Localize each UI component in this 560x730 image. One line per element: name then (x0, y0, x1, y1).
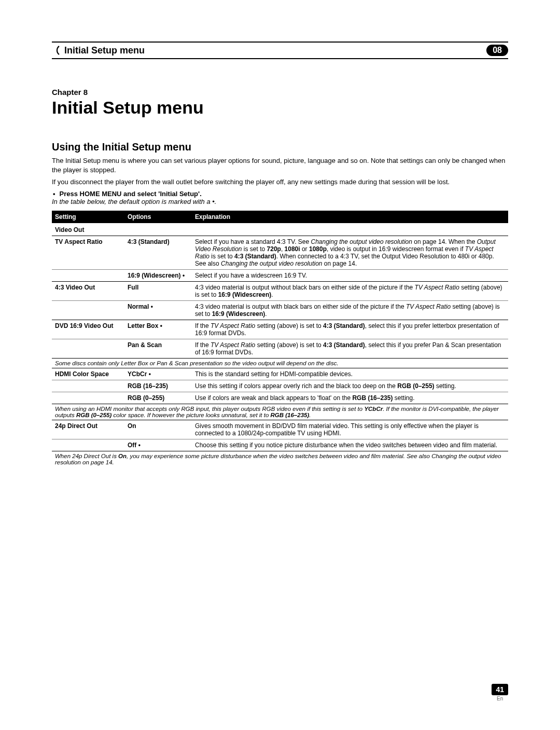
chapter-label: Chapter 8 (52, 88, 508, 97)
table-row: HDMI Color Space YCbCr • This is the sta… (52, 368, 508, 380)
footnote-disc: Some discs contain only Letter Box or Pa… (52, 358, 508, 368)
bracket-icon (52, 45, 62, 56)
option-169-widescreen: 16:9 (Widescreen) • (124, 269, 192, 281)
setting-hdmi-color: HDMI Color Space (52, 368, 124, 380)
setting-24p: 24p Direct Out (52, 420, 124, 439)
chapter-title: Initial Setup menu (52, 98, 508, 118)
option-full: Full (124, 281, 192, 300)
th-explanation: Explanation (192, 211, 508, 223)
explanation-cell: Choose this setting if you notice pictur… (192, 439, 508, 451)
explanation-cell: 4:3 video material is output with black … (192, 300, 508, 320)
table-row: DVD 16:9 Video Out Letter Box • If the T… (52, 320, 508, 339)
table-row: 24p Direct Out On Gives smooth movement … (52, 420, 508, 439)
bullet-text: Press HOME MENU and select 'Initial Setu… (60, 190, 202, 198)
option-rgb16235: RGB (16–235) (124, 380, 192, 392)
bullet-dot-icon: • (53, 190, 55, 198)
footnote-24p: When 24p Direct Out is On, you may exper… (52, 451, 508, 467)
option-off: Off • (124, 439, 192, 451)
explanation-cell: Use if colors are weak and black appears… (192, 392, 508, 404)
explanation-cell: If the TV Aspect Ratio setting (above) i… (192, 320, 508, 339)
explanation-cell: Select if you have a standard 4:3 TV. Se… (192, 236, 508, 269)
intro-p1: The Initial Setup menu is where you can … (52, 156, 508, 174)
setting-43-video-out: 4:3 Video Out (52, 281, 124, 300)
explanation-cell: 4:3 video material is output without bla… (192, 281, 508, 300)
explanation-cell: Use this setting if colors appear overly… (192, 380, 508, 392)
table-row: Pan & Scan If the TV Aspect Ratio settin… (52, 339, 508, 358)
explanation-cell: Select if you have a widescreen 16:9 TV. (192, 269, 508, 281)
page-footer: 41 En (492, 684, 508, 701)
video-out-subheader: Video Out (52, 223, 508, 236)
table-row: RGB (16–235) Use this setting if colors … (52, 380, 508, 392)
instruction-bullet: • Press HOME MENU and select 'Initial Se… (52, 190, 508, 198)
option-rgb0255: RGB (0–255) (124, 392, 192, 404)
setting-dvd-169: DVD 16:9 Video Out (52, 320, 124, 339)
th-options: Options (124, 211, 192, 223)
video-out-label: Video Out (52, 223, 508, 236)
settings-table: Setting Options Explanation Video Out TV… (52, 211, 508, 467)
table-row: 4:3 Video Out Full 4:3 video material is… (52, 281, 508, 300)
option-43-standard: 4:3 (Standard) (124, 236, 192, 269)
default-note: In the table below, the default option i… (52, 198, 508, 205)
chapter-heading: Chapter 8 Initial Setup menu (52, 88, 508, 118)
table-header-row: Setting Options Explanation (52, 211, 508, 223)
explanation-cell: If the TV Aspect Ratio setting (above) i… (192, 339, 508, 358)
option-panscan: Pan & Scan (124, 339, 192, 358)
footnote-hdmi: When using an HDMI monitor that accepts … (52, 404, 508, 420)
section-title: Using the Initial Setup menu (52, 141, 508, 153)
table-row: 16:9 (Widescreen) • Select if you have a… (52, 269, 508, 281)
option-ycbcr: YCbCr • (124, 368, 192, 380)
table-row: Normal • 4:3 video material is output wi… (52, 300, 508, 320)
option-normal: Normal • (124, 300, 192, 320)
chapter-badge: 08 (486, 45, 508, 56)
intro-p2: If you disconnect the player from the wa… (52, 177, 508, 187)
th-setting: Setting (52, 211, 124, 223)
header-title: Initial Setup menu (64, 45, 145, 56)
header-left: Initial Setup menu (52, 45, 145, 56)
option-letterbox: Letter Box • (124, 320, 192, 339)
page-header: Initial Setup menu 08 (52, 42, 508, 59)
explanation-cell: This is the standard setting for HDMI-co… (192, 368, 508, 380)
table-row: RGB (0–255) Use if colors are weak and b… (52, 392, 508, 404)
table-row: TV Aspect Ratio 4:3 (Standard) Select if… (52, 236, 508, 269)
page-number: 41 (492, 684, 508, 695)
table-row: Off • Choose this setting if you notice … (52, 439, 508, 451)
page-language: En (492, 696, 508, 701)
option-on: On (124, 420, 192, 439)
explanation-cell: Gives smooth movement in BD/DVD film mat… (192, 420, 508, 439)
setting-tv-aspect: TV Aspect Ratio (52, 236, 124, 269)
